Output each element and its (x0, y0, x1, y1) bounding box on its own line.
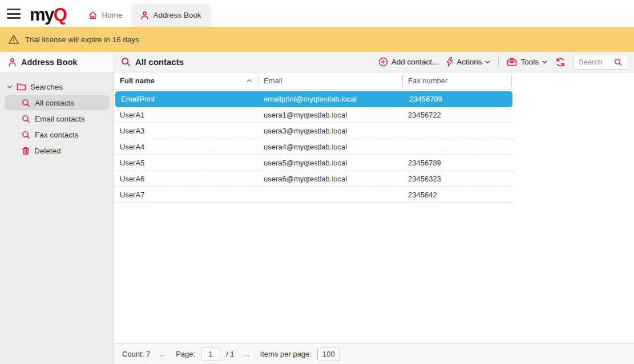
cell-full-name: UserA1 (114, 111, 258, 119)
table-row[interactable]: UserA1 usera1@myqtestlab.local 23456722 (114, 107, 514, 123)
add-contact-label: Add contact... (391, 58, 439, 66)
items-per-page-input[interactable] (317, 347, 340, 361)
items-per-page-label: Items per page: (260, 350, 312, 358)
cell-full-name: EmailPrint (115, 95, 259, 103)
person-icon (140, 11, 149, 20)
cell-fax: 23456323 (402, 175, 512, 183)
myq-app-window: myQ Home Address Book Trial license will… (0, 0, 634, 364)
chevron-down-icon (542, 60, 547, 64)
tree-node-searches[interactable]: Searches (5, 79, 109, 94)
table-row[interactable]: UserA7 2345642 (114, 187, 514, 203)
previous-page-icon[interactable]: ← (156, 349, 169, 359)
cell-fax: 23456789 (403, 95, 513, 103)
searches-tree: Searches All contacts Email contacts (0, 72, 114, 159)
tab-address-book[interactable]: Address Book (131, 3, 210, 27)
cell-email: usera6@myqtestlab.local (258, 175, 402, 183)
search-box (574, 55, 628, 70)
tab-home[interactable]: Home (79, 3, 131, 27)
sidebar-item-all-contacts[interactable]: All contacts (5, 95, 109, 110)
cell-full-name: UserA4 (114, 143, 258, 151)
column-header-email[interactable]: Email (258, 75, 402, 87)
license-warning-banner: Trial license will expire in 16 days (0, 27, 634, 52)
person-icon (8, 58, 17, 67)
refresh-icon (555, 57, 566, 67)
add-contact-button[interactable]: Add contact... (378, 57, 439, 67)
cell-full-name: UserA5 (114, 159, 258, 167)
cell-fax: 23456789 (402, 159, 512, 167)
next-page-icon[interactable]: → (240, 349, 253, 359)
page-total-label: / 1 (226, 350, 234, 358)
actions-dropdown-button[interactable]: Actions (446, 57, 490, 67)
page-label: Page: (176, 350, 195, 358)
search-icon (22, 131, 30, 139)
warning-icon (8, 34, 19, 45)
search-icon (22, 115, 30, 123)
actions-label: Actions (457, 58, 482, 66)
main-header: All contacts Add contact... Actions (114, 52, 634, 72)
tab-address-book-label: Address Book (153, 11, 201, 19)
license-warning-text: Trial license will expire in 16 days (25, 35, 139, 44)
toolbar-divider (498, 57, 499, 67)
sidebar: Address Book Searches All contac (0, 52, 114, 364)
lightning-icon (446, 57, 453, 67)
cell-email: emailprint@myqtestlab.local (259, 95, 403, 103)
toolbox-icon (507, 58, 517, 66)
myq-logo[interactable]: myQ (30, 6, 66, 23)
cell-email: usera3@myqtestlab.local (258, 127, 402, 135)
cell-full-name: UserA7 (114, 191, 258, 199)
cell-full-name: UserA3 (114, 127, 258, 135)
table-row[interactable]: UserA4 usera4@myqtestlab.local (114, 139, 514, 155)
table-row[interactable]: UserA6 usera6@myqtestlab.local 23456323 (114, 171, 514, 187)
home-icon (88, 11, 98, 20)
search-icon (22, 99, 30, 107)
folder-icon (17, 83, 26, 91)
empty-space (114, 203, 634, 343)
sidebar-title: Address Book (21, 58, 77, 67)
cell-fax: 23456722 (402, 111, 512, 119)
search-icon[interactable] (614, 58, 622, 66)
table-row[interactable]: UserA3 usera3@myqtestlab.local (114, 123, 514, 139)
sidebar-header: Address Book (0, 52, 114, 72)
plus-circle-icon (378, 57, 388, 67)
top-bar: myQ Home Address Book (0, 0, 634, 27)
sidebar-item-deleted[interactable]: Deleted (5, 143, 109, 158)
toolbar: Add contact... Actions (378, 55, 628, 70)
page-number-input[interactable] (201, 347, 220, 361)
chevron-down-icon[interactable] (7, 85, 13, 89)
sort-ascending-icon[interactable] (247, 79, 252, 83)
cell-email: usera5@myqtestlab.local (258, 159, 402, 167)
contacts-table: Full name Email Fax number EmailPrint em… (114, 72, 514, 203)
table-row[interactable]: UserA5 usera5@myqtestlab.local 23456789 (114, 155, 514, 171)
tree-node-searches-label: Searches (30, 83, 63, 91)
sidebar-item-label: Deleted (34, 147, 61, 155)
tab-home-label: Home (102, 11, 122, 19)
cell-email: usera1@myqtestlab.local (258, 111, 402, 119)
column-header-fax-number[interactable]: Fax number (402, 75, 512, 87)
table-body: EmailPrint emailprint@myqtestlab.local 2… (114, 91, 514, 203)
table-row[interactable]: EmailPrint emailprint@myqtestlab.local 2… (115, 91, 512, 107)
tools-dropdown-button[interactable]: Tools (507, 58, 547, 66)
search-input[interactable] (579, 58, 614, 66)
sidebar-item-label: All contacts (35, 99, 74, 107)
page-title: All contacts (135, 57, 184, 67)
cell-fax: 2345642 (402, 191, 512, 199)
logo-q: Q (54, 5, 67, 25)
cell-email: usera4@myqtestlab.local (258, 143, 402, 151)
body: Address Book Searches All contac (0, 52, 634, 364)
pagination-bar: Count: 7 ← Page: / 1 → Items per page: (114, 343, 634, 364)
logo-my: my (30, 5, 54, 25)
count-label: Count: 7 (122, 350, 150, 358)
sidebar-item-email-contacts[interactable]: Email contacts (5, 111, 109, 126)
column-header-full-name[interactable]: Full name (114, 75, 258, 87)
search-icon (121, 57, 131, 67)
chevron-down-icon (485, 60, 490, 64)
trash-icon (22, 147, 30, 155)
table-header-row: Full name Email Fax number (114, 72, 514, 90)
hamburger-menu-icon[interactable] (7, 9, 21, 19)
refresh-button[interactable] (555, 57, 566, 67)
main-panel: All contacts Add contact... Actions (114, 52, 634, 364)
tools-label: Tools (520, 58, 539, 66)
sidebar-item-fax-contacts[interactable]: Fax contacts (5, 127, 109, 142)
sidebar-item-label: Email contacts (35, 115, 85, 123)
sidebar-item-label: Fax contacts (35, 131, 79, 139)
